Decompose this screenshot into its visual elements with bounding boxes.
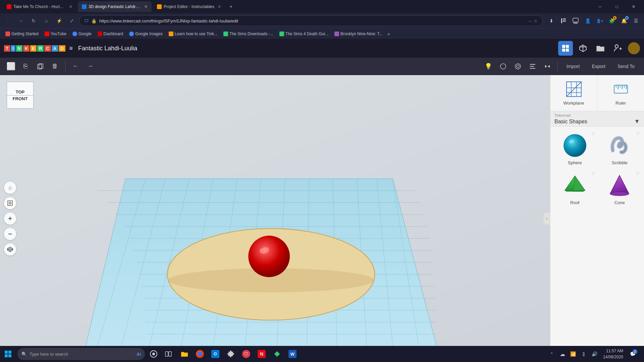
- minimize-button[interactable]: ─: [592, 1, 608, 12]
- taskbar-word[interactable]: W: [285, 347, 300, 361]
- user-avatar[interactable]: [628, 42, 640, 54]
- export-button[interactable]: Export: [586, 62, 610, 71]
- bookmark-google-images[interactable]: Google Images: [126, 30, 165, 38]
- tab-title: 3D design Fantastic Lahdi-Luul...: [89, 4, 141, 9]
- menu-button[interactable]: ☰: [631, 15, 641, 26]
- shape-roof[interactable]: ☆: [553, 169, 597, 208]
- taskbar-firefox[interactable]: [193, 347, 207, 361]
- show-desktop-button[interactable]: [639, 347, 641, 361]
- title-bar: Take Me To Church - Hozier (ly... ✕ 3D d…: [0, 0, 644, 13]
- reader-mode-button[interactable]: ⤢: [66, 15, 77, 26]
- cortana-button[interactable]: [146, 347, 161, 361]
- new-tab-button[interactable]: +: [226, 2, 236, 11]
- category-dropdown-arrow[interactable]: ▼: [634, 118, 640, 125]
- bookmark-brooklyn99[interactable]: Brooklyn Nine-Nine: T...: [332, 30, 385, 38]
- 3d-view-button[interactable]: [576, 41, 590, 56]
- notification-badge: 2: [633, 349, 637, 354]
- tinkercad-menu-icon[interactable]: ≡: [69, 45, 73, 52]
- folder-icon[interactable]: [593, 41, 608, 56]
- roof-star-icon[interactable]: ☆: [591, 171, 595, 176]
- tinkercad-logo[interactable]: TINKERCAD: [4, 45, 65, 52]
- workplane-button[interactable]: Workplane: [550, 75, 597, 111]
- start-button[interactable]: [0, 346, 16, 362]
- bookmark-learn-tinkercad[interactable]: Learn how to use Tink...: [166, 30, 220, 38]
- send-to-button[interactable]: Send To: [612, 62, 640, 71]
- mirror-button[interactable]: [541, 60, 554, 73]
- category-select-row[interactable]: Basic Shapes ▼: [554, 118, 640, 125]
- shape-sphere[interactable]: ☆ Sphere: [553, 129, 597, 168]
- panel-collapse-button[interactable]: ›: [543, 213, 550, 225]
- forward-button[interactable]: →: [15, 15, 26, 26]
- tab-close-btn[interactable]: ✕: [218, 4, 221, 9]
- download-button[interactable]: ⬇: [546, 15, 557, 26]
- redo-button[interactable]: →: [84, 60, 97, 73]
- shape-tool-button[interactable]: [496, 60, 510, 73]
- shape-cone[interactable]: ☆ Cone: [598, 169, 642, 208]
- undo-button[interactable]: ←: [69, 60, 82, 73]
- reading-list-icon[interactable]: [558, 15, 569, 26]
- svg-rect-5: [574, 22, 577, 23]
- taskbar-search-bar[interactable]: 🔍 Type here to search Ai: [17, 348, 145, 360]
- taskbar-clock[interactable]: 11:57 AM 14/08/2020: [600, 348, 626, 360]
- network-icon[interactable]: 📶: [568, 349, 578, 359]
- taskbar-netflix[interactable]: N: [254, 347, 269, 361]
- taskbar-file-explorer[interactable]: [177, 347, 192, 361]
- svg-rect-85: [8, 354, 11, 357]
- shape-scribble[interactable]: ☆ Scribble: [598, 129, 642, 168]
- home-button[interactable]: ⌂: [41, 15, 52, 26]
- taskbar-security[interactable]: 🛡: [239, 347, 254, 361]
- maximize-button[interactable]: □: [609, 1, 625, 12]
- add-user-button[interactable]: [610, 41, 625, 56]
- taskbar-sims[interactable]: [270, 347, 284, 361]
- import-button[interactable]: Import: [561, 62, 585, 71]
- tab-close-btn[interactable]: ✕: [69, 4, 72, 9]
- cone-star-icon[interactable]: ☆: [636, 171, 640, 176]
- tab-instructables[interactable]: Project Editor - Instructables ✕: [153, 1, 225, 12]
- extensions-button[interactable]: ⚡: [54, 15, 64, 26]
- bookmark-sims4-death[interactable]: The Sims 4 Death Gui...: [277, 30, 331, 38]
- shapes-grid: ☆ Sphere: [550, 127, 644, 210]
- notifications-icon[interactable]: 🔔4: [619, 15, 629, 26]
- tab-close-btn[interactable]: ✕: [144, 4, 148, 9]
- more-bookmarks-icon[interactable]: »: [387, 31, 390, 37]
- align-button[interactable]: [526, 60, 539, 73]
- address-input[interactable]: 🛡 🔒 https://www.tinkercad.com/things/I5F…: [79, 15, 543, 26]
- 3d-canvas[interactable]: TOP FRONT ⌂ + −: [0, 75, 550, 362]
- grid-view-button[interactable]: [558, 41, 573, 56]
- scribble-star-icon[interactable]: ☆: [636, 131, 640, 136]
- delete-button[interactable]: 🗑: [48, 60, 62, 73]
- file-explorer-icon: [180, 350, 189, 358]
- bookmark-google[interactable]: Google: [70, 30, 94, 38]
- new-design-button[interactable]: ⬜: [4, 60, 17, 73]
- close-button[interactable]: ✕: [626, 1, 641, 12]
- more-options-icon[interactable]: ···: [528, 18, 532, 23]
- synced-tabs-icon[interactable]: [570, 15, 581, 26]
- bookmark-getting-started[interactable]: Getting Started: [3, 30, 41, 38]
- tab-youtube-music[interactable]: Take Me To Church - Hozier (ly... ✕: [3, 1, 76, 12]
- tray-expand-icon[interactable]: ^: [547, 349, 557, 359]
- task-view-button[interactable]: [161, 347, 176, 361]
- add-profile-icon[interactable]: 👤+: [594, 15, 605, 26]
- sphere-star-icon[interactable]: ☆: [591, 131, 595, 136]
- bookmark-dashboard[interactable]: Dashboard: [95, 30, 126, 38]
- light-mode-button[interactable]: 💡: [482, 60, 495, 73]
- hole-tool-button[interactable]: [511, 60, 525, 73]
- bluetooth-icon[interactable]: ₿: [579, 349, 589, 359]
- extensions-icon[interactable]: 🧩5: [606, 15, 617, 26]
- back-button[interactable]: ←: [3, 15, 13, 26]
- bookmark-sims-downloads[interactable]: The Sims Downloads -...: [221, 30, 276, 38]
- volume-icon[interactable]: 🔊: [590, 349, 600, 359]
- duplicate-button[interactable]: [34, 60, 47, 73]
- bookmark-youtube[interactable]: YouTube: [42, 30, 69, 38]
- tab-tinkercad[interactable]: 3D design Fantastic Lahdi-Luul... ✕: [78, 1, 152, 12]
- taskbar-settings[interactable]: [223, 347, 238, 361]
- cloud-sync-icon[interactable]: ☁: [557, 349, 568, 359]
- copy-button[interactable]: ⎘: [19, 60, 32, 73]
- settings-icon: [227, 350, 234, 358]
- notification-center-button[interactable]: 💬 2: [627, 348, 639, 360]
- refresh-button[interactable]: ↻: [28, 15, 39, 26]
- taskbar-outlook[interactable]: O: [208, 347, 223, 361]
- bookmark-star-icon[interactable]: ☆: [534, 18, 538, 23]
- profile-icon[interactable]: 👤: [582, 15, 593, 26]
- ruler-button[interactable]: Ruler: [597, 75, 644, 111]
